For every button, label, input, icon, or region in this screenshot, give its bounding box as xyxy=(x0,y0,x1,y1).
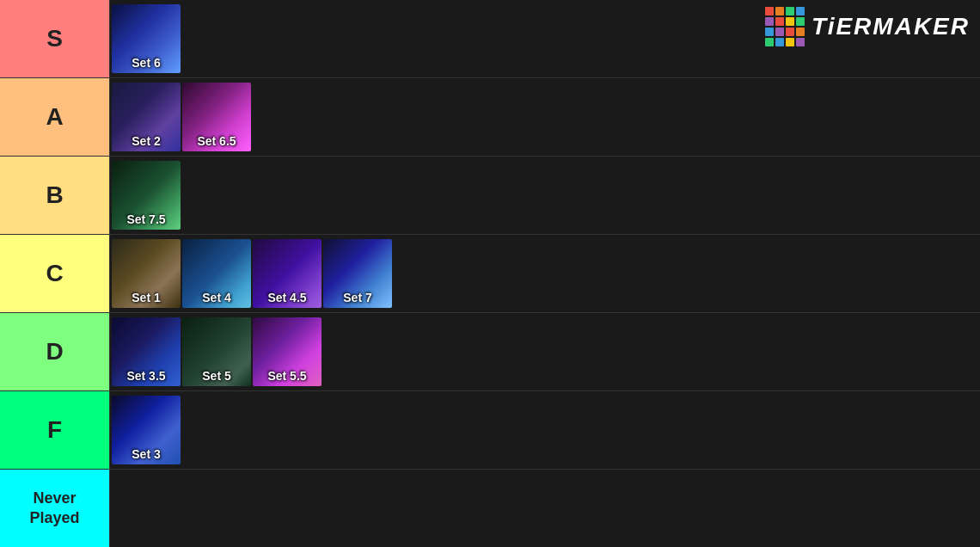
tier-label-5: F xyxy=(0,391,110,469)
tier-item-label-0: Set 2 xyxy=(112,134,181,148)
header-logo: TiERMAKER xyxy=(765,7,970,46)
tier-item-set 7[interactable]: Set 7 xyxy=(323,239,392,308)
tier-row-d: DSet 3.5Set 5Set 5.5 xyxy=(0,313,980,391)
logo-cell xyxy=(765,28,774,36)
tier-row-c: CSet 1Set 4Set 4.5Set 7 xyxy=(0,235,980,313)
tier-label-4: D xyxy=(0,313,110,390)
tier-label-0: S xyxy=(0,0,110,77)
tier-label-2: B xyxy=(0,157,110,234)
tier-label-6: NeverPlayed xyxy=(0,470,110,547)
tier-row-b: BSet 7.5 xyxy=(0,157,980,235)
logo-cell xyxy=(786,17,794,26)
logo-text: TiERMAKER xyxy=(812,13,970,40)
logo-cell xyxy=(786,28,794,36)
tier-content-3: Set 1Set 4Set 4.5Set 7 xyxy=(110,235,980,312)
tier-item-label-3: Set 7 xyxy=(323,291,392,304)
logo-cell xyxy=(775,7,784,15)
logo-cell xyxy=(796,38,805,46)
tier-item-label-0: Set 3.5 xyxy=(112,369,181,383)
logo-grid xyxy=(765,7,805,46)
tier-item-label-0: Set 7.5 xyxy=(112,212,181,226)
tier-row-never-played: NeverPlayed xyxy=(0,470,980,547)
tier-item-set 5[interactable]: Set 5 xyxy=(182,317,251,386)
tier-content-5: Set 3 xyxy=(110,391,980,469)
tier-item-label-2: Set 4.5 xyxy=(253,291,322,304)
tier-item-set 6-5[interactable]: Set 6.5 xyxy=(182,83,251,151)
tier-table: SSet 6ASet 2Set 6.5BSet 7.5CSet 1Set 4Se… xyxy=(0,0,980,547)
logo-cell xyxy=(775,17,784,26)
tier-item-set 7-5[interactable]: Set 7.5 xyxy=(112,161,181,230)
tier-item-set 1[interactable]: Set 1 xyxy=(112,239,181,308)
tier-item-label-2: Set 5.5 xyxy=(253,369,322,383)
tier-content-6 xyxy=(110,470,980,547)
tier-item-label-0: Set 1 xyxy=(112,291,181,304)
tier-content-1: Set 2Set 6.5 xyxy=(110,78,980,156)
logo-cell xyxy=(765,7,774,15)
tier-item-label-1: Set 6.5 xyxy=(182,134,251,148)
tier-item-set 5-5[interactable]: Set 5.5 xyxy=(253,317,322,386)
tier-item-set 4[interactable]: Set 4 xyxy=(182,239,251,308)
tier-item-set 4-5[interactable]: Set 4.5 xyxy=(253,239,322,308)
tier-content-2: Set 7.5 xyxy=(110,157,980,234)
tier-row-a: ASet 2Set 6.5 xyxy=(0,78,980,157)
logo-cell xyxy=(775,38,784,46)
tier-item-set 3-5[interactable]: Set 3.5 xyxy=(112,317,181,386)
tier-item-label-0: Set 3 xyxy=(112,447,181,461)
tier-item-label-0: Set 6 xyxy=(112,56,181,70)
tier-label-1: A xyxy=(0,78,110,156)
logo-cell xyxy=(765,38,774,46)
logo-cell xyxy=(796,17,805,26)
tier-item-set 2[interactable]: Set 2 xyxy=(112,83,181,151)
logo-cell xyxy=(786,38,794,46)
tier-item-label-1: Set 4 xyxy=(182,291,251,304)
tier-item-set 3[interactable]: Set 3 xyxy=(112,396,181,464)
main-container: TiERMAKER SSet 6ASet 2Set 6.5BSet 7.5CSe… xyxy=(0,0,980,547)
tier-item-set 6[interactable]: Set 6 xyxy=(112,4,181,73)
logo-cell xyxy=(796,7,805,15)
logo-cell xyxy=(775,28,784,36)
logo-cell xyxy=(786,7,794,15)
tier-row-f: FSet 3 xyxy=(0,391,980,470)
tier-content-4: Set 3.5Set 5Set 5.5 xyxy=(110,313,980,390)
logo-cell xyxy=(796,28,805,36)
logo-cell xyxy=(765,17,774,26)
tier-label-3: C xyxy=(0,235,110,312)
tier-item-label-1: Set 5 xyxy=(182,369,251,383)
